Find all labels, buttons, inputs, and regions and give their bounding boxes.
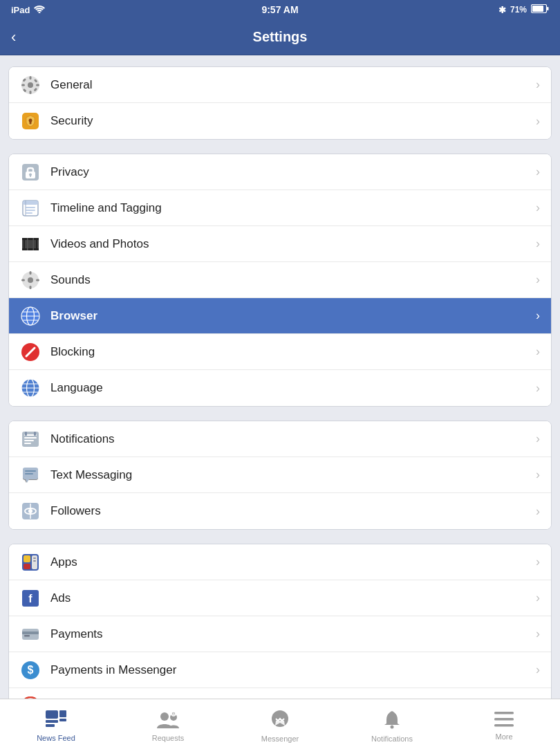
tab-requests[interactable]: + Requests: [112, 705, 224, 742]
back-button[interactable]: ‹: [11, 28, 16, 46]
svg-rect-68: [25, 473, 33, 474]
security-icon: [20, 111, 41, 131]
settings-row-apps[interactable]: Apps ›: [9, 544, 551, 580]
svg-rect-36: [30, 271, 32, 275]
payments-chevron: ›: [536, 627, 540, 641]
ads-chevron: ›: [536, 591, 540, 605]
requests-tab-label: Requests: [152, 734, 184, 742]
svg-rect-78: [33, 560, 36, 562]
svg-rect-96: [59, 719, 66, 721]
svg-rect-31: [27, 238, 28, 250]
svg-point-35: [28, 277, 33, 283]
svg-rect-57: [24, 437, 37, 439]
notifications-icon: [20, 429, 41, 450]
text-messaging-label: Text Messaging: [50, 468, 536, 482]
page-title: Settings: [253, 29, 308, 45]
svg-rect-25: [26, 212, 32, 214]
tab-messenger[interactable]: Messenger: [224, 704, 336, 743]
settings-row-browser[interactable]: Browser ›: [9, 298, 551, 334]
svg-rect-38: [21, 279, 25, 281]
language-icon: [20, 378, 41, 398]
settings-row-general[interactable]: General ›: [9, 67, 551, 103]
settings-row-notifications[interactable]: Notifications ›: [9, 421, 551, 457]
privacy-icon: [20, 162, 41, 183]
payments-icon: [20, 624, 41, 645]
sounds-chevron: ›: [536, 273, 540, 287]
battery-icon: [531, 4, 549, 15]
settings-row-ads[interactable]: f Ads ›: [9, 580, 551, 616]
svg-point-102: [391, 725, 394, 728]
followers-chevron: ›: [536, 504, 540, 519]
settings-row-followers[interactable]: Followers ›: [9, 493, 551, 529]
status-left: iPad: [11, 5, 45, 15]
svg-rect-74: [24, 555, 30, 562]
settings-row-security[interactable]: Security ›: [9, 103, 551, 139]
svg-rect-67: [25, 470, 36, 472]
svg-rect-33: [36, 238, 37, 250]
back-icon: ‹: [11, 28, 16, 46]
followers-label: Followers: [50, 504, 536, 518]
settings-row-language[interactable]: Language ›: [9, 370, 551, 406]
svg-rect-95: [59, 710, 66, 717]
status-right: ✱ 71%: [498, 4, 549, 15]
settings-group-2: Privacy › Timeline and Tagging ›: [8, 154, 552, 407]
settings-row-payments[interactable]: Payments ›: [9, 616, 551, 652]
svg-rect-23: [26, 207, 35, 208]
videos-label: Videos and Photos: [50, 237, 536, 251]
settings-row-blocking[interactable]: Blocking ›: [9, 334, 551, 370]
followers-icon: [20, 501, 41, 522]
svg-rect-20: [30, 175, 31, 177]
status-time: 9:57 AM: [261, 4, 298, 15]
svg-rect-6: [30, 76, 32, 80]
notifications-tab-label: Notifications: [371, 735, 413, 743]
more-icon: [494, 712, 514, 730]
ads-icon: f: [20, 588, 41, 609]
svg-rect-24: [26, 210, 35, 211]
settings-group-4: Apps › f Ads › Payments ›: [8, 544, 552, 699]
device-label: iPad: [11, 5, 30, 15]
settings-content: General › Security ›: [0, 55, 560, 699]
settings-row-videos[interactable]: Videos and Photos ›: [9, 226, 551, 262]
settings-row-payments-messenger[interactable]: $ Payments in Messenger ›: [9, 652, 551, 688]
browser-chevron: ›: [536, 308, 540, 323]
messenger-icon: [270, 710, 290, 732]
svg-rect-103: [494, 712, 514, 714]
svg-rect-37: [30, 286, 32, 289]
timeline-chevron: ›: [536, 201, 540, 215]
security-label: Security: [50, 114, 536, 128]
browser-label: Browser: [50, 309, 536, 323]
svg-text:$: $: [28, 664, 34, 676]
tab-more[interactable]: More: [448, 706, 560, 741]
settings-row-privacy[interactable]: Privacy ›: [9, 154, 551, 190]
svg-rect-94: [46, 724, 55, 727]
svg-rect-32: [33, 238, 35, 250]
notifications-tab-icon: [383, 710, 401, 732]
svg-rect-92: [46, 710, 58, 719]
timeline-icon: [20, 198, 41, 219]
settings-row-timeline[interactable]: Timeline and Tagging ›: [9, 190, 551, 226]
blocking-label: Blocking: [50, 345, 536, 359]
svg-rect-105: [494, 724, 514, 727]
wifi-icon: [34, 5, 45, 15]
more-tab-label: More: [495, 732, 512, 741]
tab-bar: News Feed + Requests Messenger: [0, 699, 560, 747]
blocking-icon: [20, 342, 41, 362]
text-messaging-chevron: ›: [536, 468, 540, 482]
sounds-label: Sounds: [50, 273, 536, 287]
svg-text:f: f: [28, 593, 32, 605]
settings-row-sounds[interactable]: Sounds ›: [9, 262, 551, 298]
svg-rect-30: [24, 238, 25, 250]
requests-icon: +: [157, 710, 179, 731]
sounds-icon: [20, 270, 41, 290]
settings-row-text-messaging[interactable]: Text Messaging ›: [9, 457, 551, 493]
svg-rect-3: [547, 7, 549, 10]
nav-bar: ‹ Settings: [0, 19, 560, 55]
ads-label: Ads: [50, 591, 536, 605]
settings-group-3: Notifications › Text Messaging ›: [8, 421, 552, 530]
privacy-label: Privacy: [50, 165, 536, 179]
tab-notifications[interactable]: Notifications: [336, 704, 448, 743]
payments-messenger-label: Payments in Messenger: [50, 663, 536, 677]
svg-point-97: [160, 712, 169, 721]
tab-news-feed[interactable]: News Feed: [0, 705, 112, 742]
settings-row-support[interactable]: Support Inbox ›: [9, 688, 551, 699]
